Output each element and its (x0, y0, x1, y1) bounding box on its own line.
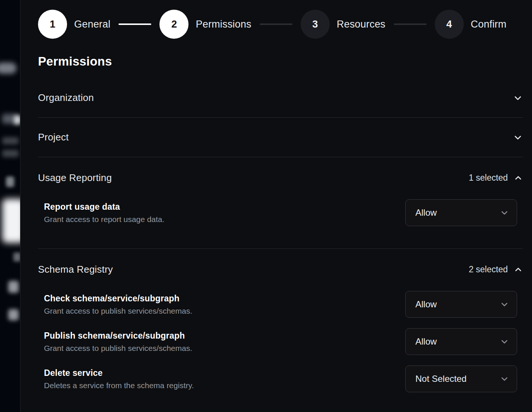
section-title: Schema Registry (38, 264, 113, 275)
blurred-text (8, 309, 19, 320)
section-schema-registry: Schema Registry 2 selected Check schema/… (38, 249, 523, 397)
step-confirm[interactable]: 4 Confirm (435, 10, 507, 39)
step-number-badge: 2 (159, 10, 189, 39)
section-title: Usage Reporting (38, 172, 112, 184)
section-title: Project (38, 131, 69, 143)
permission-sections: Organization Project Usage Reporting 1 s… (38, 78, 523, 397)
permission-item-publish-schema: Publish schema/service/subgraph Grant ac… (44, 323, 523, 360)
section-usage-reporting-header[interactable]: Usage Reporting 1 selected (38, 157, 523, 194)
create-token-wizard-panel: 1 General 2 Permissions 3 Resources 4 Co… (20, 0, 532, 412)
section-organization: Organization (38, 78, 523, 118)
blurred-text (8, 281, 19, 293)
step-connector (394, 23, 427, 25)
step-general[interactable]: 1 General (38, 10, 110, 39)
permission-select[interactable]: Allow (405, 291, 517, 318)
permission-item-delete-service: Delete service Deletes a service from th… (44, 360, 523, 397)
permission-text: Check schema/service/subgraph Grant acce… (44, 294, 201, 316)
step-label: Confirm (471, 19, 507, 30)
permission-title: Check schema/service/subgraph (44, 294, 192, 304)
permission-select-value: Allow (415, 299, 437, 310)
section-usage-reporting: Usage Reporting 1 selected Report usage … (38, 157, 523, 249)
section-meta (513, 93, 523, 103)
blurred-text (2, 150, 19, 157)
section-meta: 1 selected (469, 173, 523, 183)
step-permissions[interactable]: 2 Permissions (159, 10, 251, 39)
section-organization-header[interactable]: Organization (38, 78, 523, 117)
chevron-down-icon (500, 208, 509, 218)
step-connector (260, 23, 292, 25)
permission-title: Delete service (44, 368, 194, 378)
step-resources[interactable]: 3 Resources (301, 10, 386, 39)
step-label: General (74, 19, 110, 30)
selected-count: 2 selected (469, 264, 508, 275)
step-number-badge: 4 (435, 10, 464, 39)
chevron-up-icon[interactable] (513, 265, 523, 275)
blurred-logo (0, 63, 16, 74)
permission-items: Report usage data Grant access to report… (38, 194, 523, 248)
permission-select[interactable]: Allow (405, 199, 517, 226)
permission-select-value: Allow (415, 336, 437, 347)
blurred-icon (6, 177, 14, 187)
chevron-down-icon (500, 300, 509, 309)
step-connector (118, 23, 151, 25)
permission-text: Publish schema/service/subgraph Grant ac… (44, 331, 201, 353)
permission-description: Deletes a service from the schema regist… (44, 381, 194, 390)
permission-select-value: Not Selected (415, 374, 466, 384)
section-project-header[interactable]: Project (38, 118, 523, 157)
permission-description: Grant access to report usage data. (44, 215, 164, 224)
chevron-down-icon[interactable] (513, 93, 523, 103)
permission-description: Grant access to publish services/schemas… (44, 307, 192, 316)
permission-title: Publish schema/service/subgraph (44, 331, 192, 341)
permission-title: Report usage data (44, 202, 164, 212)
permission-item-check-schema: Check schema/service/subgraph Grant acce… (44, 286, 523, 323)
section-meta (513, 132, 523, 143)
section-title: Organization (38, 92, 94, 104)
permission-text: Report usage data Grant access to report… (44, 202, 173, 224)
step-label: Resources (337, 19, 386, 30)
permission-select[interactable]: Not Selected (405, 365, 517, 392)
blurred-text (2, 137, 19, 145)
chevron-up-icon[interactable] (513, 173, 523, 183)
permission-text: Delete service Deletes a service from th… (44, 368, 203, 390)
wizard-stepper: 1 General 2 Permissions 3 Resources 4 Co… (38, 10, 523, 39)
page-title: Permissions (38, 54, 523, 69)
step-label: Permissions (196, 19, 251, 30)
blurred-text (13, 253, 21, 262)
chevron-down-icon (500, 337, 509, 346)
permission-item-report-usage-data: Report usage data Grant access to report… (44, 194, 523, 231)
permission-select-value: Allow (415, 207, 437, 218)
chevron-down-icon[interactable] (513, 132, 523, 143)
selected-count: 1 selected (469, 173, 508, 183)
permission-items: Check schema/service/subgraph Grant acce… (38, 286, 523, 397)
permission-select[interactable]: Allow (405, 328, 517, 355)
step-number-badge: 3 (301, 10, 330, 39)
section-project: Project (38, 118, 523, 157)
step-number-badge: 1 (38, 10, 67, 39)
section-meta: 2 selected (469, 264, 523, 275)
section-schema-registry-header[interactable]: Schema Registry 2 selected (38, 249, 523, 286)
chevron-down-icon (500, 374, 509, 384)
permission-description: Grant access to publish services/schemas… (44, 344, 192, 353)
